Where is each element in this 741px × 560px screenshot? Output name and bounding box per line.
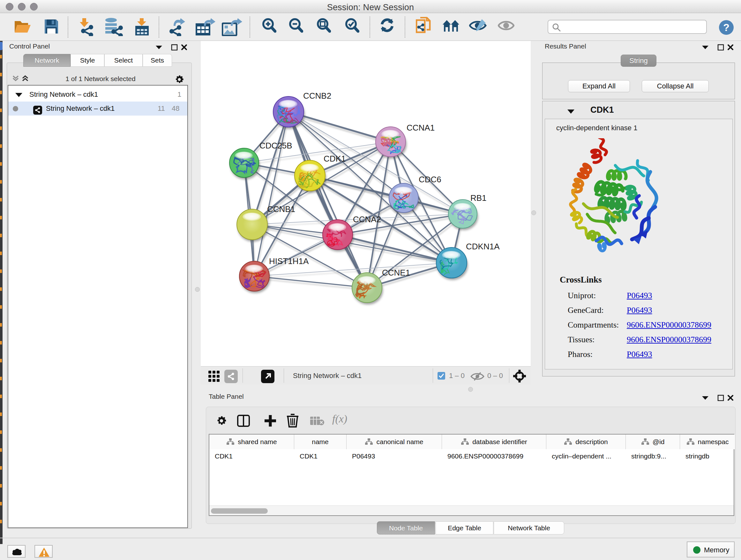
svg-text:HIST1H1A: HIST1H1A [269,256,309,266]
svg-text:CCNA2: CCNA2 [353,214,381,224]
svg-text:CDK1: CDK1 [324,154,346,164]
svg-text:CDKN1A: CDKN1A [466,242,500,251]
svg-text:CDC25B: CDC25B [259,141,292,150]
svg-text:CCNB2: CCNB2 [303,91,331,101]
svg-text:CDC6: CDC6 [419,175,441,184]
svg-text:CCNA1: CCNA1 [407,123,434,132]
svg-text:?: ? [723,22,730,33]
svg-text:RB1: RB1 [470,193,487,203]
svg-text:CCNB1: CCNB1 [267,204,295,214]
svg-text:CCNE1: CCNE1 [382,268,410,277]
